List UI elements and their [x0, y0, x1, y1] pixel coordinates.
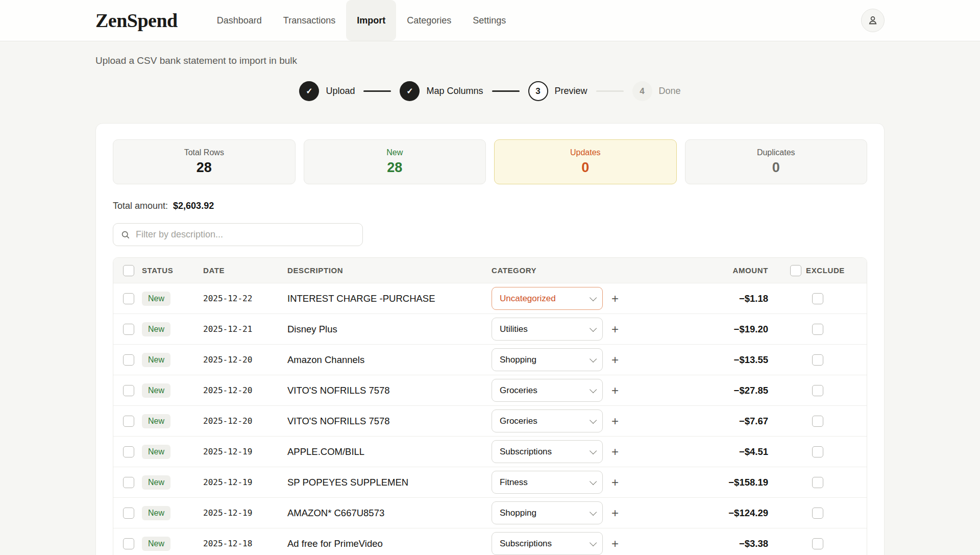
- row-select-checkbox[interactable]: [123, 508, 134, 519]
- nav-item-settings[interactable]: Settings: [462, 0, 517, 41]
- row-select-checkbox[interactable]: [123, 324, 134, 335]
- row-description: SP POPEYES SUPPLEMEN: [287, 477, 492, 488]
- nav-item-categories[interactable]: Categories: [396, 0, 462, 41]
- category-select[interactable]: Groceries: [492, 409, 603, 432]
- add-category-button[interactable]: +: [610, 354, 620, 366]
- header-amount: Amount: [651, 266, 768, 275]
- table-header-row: Status Date Description Category Amount …: [113, 258, 867, 283]
- row-date: 2025-12-18: [203, 539, 287, 548]
- header-description: Description: [287, 266, 492, 275]
- chevron-down-icon: [590, 539, 597, 546]
- add-category-button[interactable]: +: [610, 415, 620, 427]
- card-duplicates: Duplicates 0: [685, 139, 868, 184]
- select-all-checkbox[interactable]: [123, 265, 134, 276]
- check-icon: ✓: [406, 86, 413, 96]
- brand-logo[interactable]: ZenSpend: [95, 9, 178, 32]
- row-description: VITO'S NOFRILLS 7578: [287, 416, 492, 427]
- status-badge: New: [142, 537, 170, 551]
- add-category-button[interactable]: +: [610, 538, 620, 550]
- add-category-button[interactable]: +: [610, 507, 620, 519]
- row-amount: −$124.29: [651, 508, 768, 519]
- category-select[interactable]: Subscriptions: [492, 532, 603, 555]
- plus-icon: +: [611, 414, 619, 428]
- summary-cards: Total Rows 28 New 28 Updates 0 Duplicate…: [113, 139, 867, 184]
- category-select[interactable]: Fitness: [492, 471, 603, 494]
- row-select-checkbox[interactable]: [123, 477, 134, 488]
- category-select[interactable]: Subscriptions: [492, 440, 603, 463]
- step-4-circle: 4: [632, 81, 652, 101]
- nav-item-dashboard[interactable]: Dashboard: [206, 0, 273, 41]
- table-row: New 2025-12-18 Ad free for PrimeVideo Su…: [113, 528, 867, 555]
- row-exclude-checkbox[interactable]: [812, 477, 823, 488]
- step-4-label: Done: [659, 86, 681, 96]
- row-description: APPLE.COM/BILL: [287, 446, 492, 457]
- row-select-checkbox[interactable]: [123, 293, 134, 304]
- row-exclude-checkbox[interactable]: [812, 416, 823, 427]
- row-exclude-checkbox[interactable]: [812, 354, 823, 366]
- row-exclude-checkbox[interactable]: [812, 508, 823, 519]
- row-exclude-checkbox[interactable]: [812, 538, 823, 549]
- row-select-checkbox[interactable]: [123, 538, 134, 549]
- row-select-checkbox[interactable]: [123, 446, 134, 457]
- row-exclude-checkbox[interactable]: [812, 446, 823, 457]
- table-row: New 2025-12-20 VITO'S NOFRILLS 7578 Groc…: [113, 405, 867, 436]
- row-date: 2025-12-20: [203, 385, 287, 395]
- add-category-button[interactable]: +: [610, 446, 620, 458]
- table-row: New 2025-12-20 VITO'S NOFRILLS 7578 Groc…: [113, 375, 867, 405]
- page-subtitle: Upload a CSV bank statement to import in…: [95, 55, 885, 66]
- row-date: 2025-12-20: [203, 355, 287, 365]
- step-preview: 3 Preview: [528, 81, 587, 101]
- step-map-columns: ✓ Map Columns: [400, 81, 483, 101]
- nav-item-import[interactable]: Import: [346, 0, 396, 41]
- row-description: INTEREST CHARGE -PURCHASE: [287, 293, 492, 304]
- card-value: 0: [581, 160, 589, 176]
- category-select[interactable]: Uncategorized: [492, 287, 603, 310]
- step-1-label: Upload: [326, 86, 355, 96]
- row-select-checkbox[interactable]: [123, 385, 134, 396]
- add-category-button[interactable]: +: [610, 293, 620, 305]
- category-select-value: Fitness: [500, 477, 528, 488]
- category-select[interactable]: Shopping: [492, 501, 603, 524]
- category-select-value: Uncategorized: [500, 294, 556, 304]
- chevron-down-icon: [590, 355, 597, 362]
- filter-field: [113, 223, 363, 246]
- card-value: 28: [197, 160, 212, 176]
- card-value: 28: [387, 160, 402, 176]
- row-amount: −$27.85: [651, 385, 768, 396]
- user-menu-button[interactable]: [861, 9, 885, 32]
- main-nav: Dashboard Transactions Import Categories…: [206, 0, 517, 41]
- category-select[interactable]: Utilities: [492, 318, 603, 341]
- row-exclude-checkbox[interactable]: [812, 324, 823, 335]
- row-exclude-checkbox[interactable]: [812, 385, 823, 396]
- row-select-checkbox[interactable]: [123, 354, 134, 366]
- header-status: Status: [142, 266, 203, 275]
- row-select-checkbox[interactable]: [123, 416, 134, 427]
- nav-item-transactions[interactable]: Transactions: [273, 0, 346, 41]
- chevron-down-icon: [590, 324, 597, 331]
- row-date: 2025-12-19: [203, 477, 287, 487]
- plus-icon: +: [611, 537, 619, 550]
- filter-input[interactable]: [136, 229, 355, 240]
- row-exclude-checkbox[interactable]: [812, 293, 823, 304]
- add-category-button[interactable]: +: [610, 476, 620, 489]
- table-row: New 2025-12-20 Amazon Channels Shopping …: [113, 344, 867, 375]
- card-total-rows: Total Rows 28: [113, 139, 296, 184]
- step-3-label: Preview: [555, 86, 587, 96]
- row-description: Amazon Channels: [287, 354, 492, 366]
- step-connector: [363, 90, 391, 92]
- table-body: New 2025-12-22 INTEREST CHARGE -PURCHASE…: [113, 283, 867, 555]
- add-category-button[interactable]: +: [610, 323, 620, 335]
- category-select[interactable]: Shopping: [492, 348, 603, 371]
- card-value: 0: [772, 160, 780, 176]
- card-new: New 28: [304, 139, 486, 184]
- row-amount: −$1.18: [651, 293, 768, 304]
- row-date: 2025-12-19: [203, 447, 287, 456]
- header-exclude: Exclude: [806, 266, 845, 275]
- table-row: New 2025-12-19 SP POPEYES SUPPLEMEN Fitn…: [113, 467, 867, 497]
- exclude-all-checkbox[interactable]: [790, 265, 801, 276]
- plus-icon: +: [611, 506, 619, 520]
- category-select[interactable]: Groceries: [492, 379, 603, 402]
- chevron-down-icon: [590, 294, 597, 301]
- add-category-button[interactable]: +: [610, 384, 620, 397]
- category-select-value: Utilities: [500, 324, 528, 334]
